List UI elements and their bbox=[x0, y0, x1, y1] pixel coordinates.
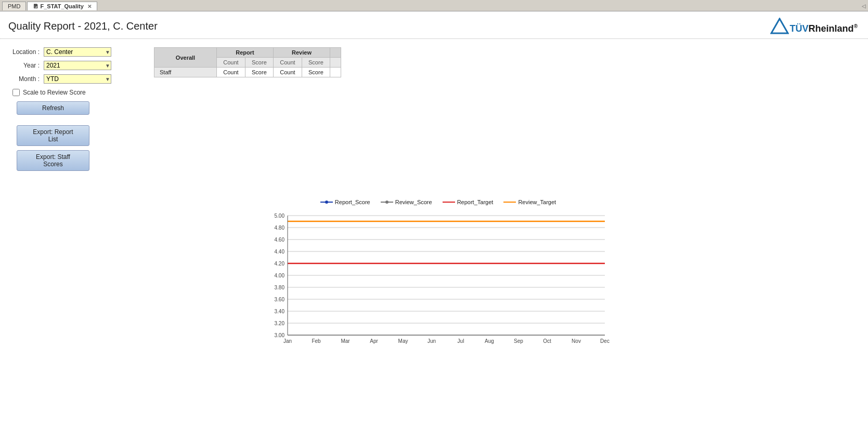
svg-text:4.40: 4.40 bbox=[274, 249, 284, 255]
year-select-wrapper: 2021 2020 2019 ▼ bbox=[44, 61, 111, 70]
svg-text:Dec: Dec bbox=[600, 338, 610, 344]
chart-area: Report_Score Review_Score Report_Target bbox=[0, 194, 868, 361]
scale-label: Scale to Review Score bbox=[23, 89, 86, 96]
sub-review-count: Count bbox=[273, 58, 302, 68]
svg-text:Oct: Oct bbox=[543, 338, 551, 344]
month-select[interactable]: YTD JanFebMar AprMayJun JulAugSep OctNov… bbox=[44, 74, 111, 84]
legend-report-score-label: Report_Score bbox=[335, 199, 370, 205]
staff-row: Staff Count Score Count Score bbox=[154, 68, 341, 77]
chart-svg: 5.00 4.80 4.60 4.40 4.20 bbox=[262, 210, 615, 356]
legend-review-score-label: Review_Score bbox=[395, 199, 432, 205]
svg-text:Jul: Jul bbox=[457, 338, 464, 344]
svg-text:Apr: Apr bbox=[370, 338, 378, 344]
page-container: Quality Report - 2021, C. Center TÜVRhei… bbox=[0, 11, 868, 439]
legend-report-target-icon bbox=[443, 199, 455, 205]
tab-close-icon[interactable]: ✕ bbox=[87, 4, 92, 9]
sub-report-score: Score bbox=[245, 58, 273, 68]
stats-table: Overall Report Review Count Score Count … bbox=[154, 47, 341, 77]
export-report-button[interactable]: Export: Report List bbox=[17, 125, 89, 146]
header-review: Review bbox=[273, 48, 330, 58]
sub-review-score: Score bbox=[302, 58, 330, 68]
svg-text:3.00: 3.00 bbox=[274, 332, 284, 338]
tab-bar: PMD 🖹 F_STAT_Quality ✕ ◁ bbox=[0, 0, 868, 11]
legend-report-target-label: Report_Target bbox=[457, 199, 494, 205]
month-select-wrapper: YTD JanFebMar AprMayJun JulAugSep OctNov… bbox=[44, 74, 111, 84]
content-area: Location : C. Center A. Center B. Center… bbox=[0, 39, 868, 183]
svg-text:Mar: Mar bbox=[341, 338, 350, 344]
svg-text:3.20: 3.20 bbox=[274, 321, 284, 326]
legend-review-target-icon bbox=[503, 199, 516, 205]
svg-text:Aug: Aug bbox=[485, 338, 494, 344]
legend-review-score: Review_Score bbox=[381, 199, 432, 205]
export-staff-button[interactable]: Export: Staff Scores bbox=[17, 150, 89, 171]
tab-fstat-icon: 🖹 bbox=[33, 3, 40, 9]
svg-marker-0 bbox=[771, 19, 788, 33]
location-select[interactable]: C. Center A. Center B. Center bbox=[44, 47, 111, 57]
page-title: Quality Report - 2021, C. Center bbox=[8, 20, 158, 32]
tab-fstat-label: F_STAT_Quality bbox=[41, 3, 84, 9]
location-label: Location : bbox=[8, 48, 40, 56]
svg-text:4.00: 4.00 bbox=[274, 273, 284, 278]
svg-text:3.60: 3.60 bbox=[274, 297, 284, 302]
legend-review-target: Review_Target bbox=[503, 199, 556, 205]
tab-pmd[interactable]: PMD bbox=[2, 2, 26, 10]
legend-report-score: Report_Score bbox=[320, 199, 370, 205]
staff-report-score: Score bbox=[245, 68, 273, 77]
svg-text:3.80: 3.80 bbox=[274, 285, 284, 290]
legend-report-score-icon bbox=[320, 199, 333, 205]
svg-text:5.00: 5.00 bbox=[274, 213, 284, 219]
legend-review-target-label: Review_Target bbox=[518, 199, 556, 205]
year-label: Year : bbox=[8, 62, 40, 69]
svg-text:4.20: 4.20 bbox=[274, 261, 284, 267]
svg-text:Jun: Jun bbox=[427, 338, 435, 344]
tab-fstat[interactable]: 🖹 F_STAT_Quality ✕ bbox=[27, 2, 97, 10]
year-select[interactable]: 2021 2020 2019 bbox=[44, 61, 111, 70]
staff-report-count: Count bbox=[217, 68, 245, 77]
svg-text:Nov: Nov bbox=[572, 338, 581, 344]
staff-label: Staff bbox=[154, 68, 217, 77]
staff-review-count: Count bbox=[273, 68, 302, 77]
svg-text:Jan: Jan bbox=[283, 338, 291, 344]
svg-point-4 bbox=[385, 201, 388, 204]
tab-pmd-label: PMD bbox=[8, 3, 20, 9]
chart-wrapper: 5.00 4.80 4.60 4.40 4.20 bbox=[262, 210, 615, 356]
svg-text:4.80: 4.80 bbox=[274, 225, 284, 231]
logo-container: TÜVRheinland® bbox=[770, 18, 858, 34]
staff-review-score: Score bbox=[302, 68, 330, 77]
buttons-group: Refresh Export: Report List Export: Staf… bbox=[12, 101, 144, 171]
year-row: Year : 2021 2020 2019 ▼ bbox=[8, 61, 144, 70]
svg-text:Feb: Feb bbox=[312, 338, 321, 344]
header-overall: Overall bbox=[154, 48, 217, 68]
header: Quality Report - 2021, C. Center TÜVRhei… bbox=[0, 11, 868, 39]
scale-checkbox[interactable] bbox=[12, 89, 20, 96]
svg-text:4.60: 4.60 bbox=[274, 237, 284, 243]
svg-text:3.40: 3.40 bbox=[274, 309, 284, 314]
svg-text:Sep: Sep bbox=[514, 338, 523, 344]
month-row: Month : YTD JanFebMar AprMayJun JulAugSe… bbox=[8, 74, 144, 84]
svg-point-2 bbox=[325, 201, 328, 204]
refresh-button[interactable]: Refresh bbox=[17, 101, 89, 115]
right-panel: Overall Report Review Count Score Count … bbox=[154, 47, 860, 175]
left-panel: Location : C. Center A. Center B. Center… bbox=[8, 47, 144, 175]
sub-report-count: Count bbox=[217, 58, 245, 68]
location-select-wrapper: C. Center A. Center B. Center ▼ bbox=[44, 47, 111, 57]
svg-text:May: May bbox=[398, 338, 408, 344]
chart-legend: Report_Score Review_Score Report_Target bbox=[8, 199, 868, 205]
month-label: Month : bbox=[8, 75, 40, 83]
header-report: Report bbox=[217, 48, 274, 58]
logo-text: TÜVRheinland® bbox=[790, 23, 858, 34]
scale-checkbox-row: Scale to Review Score bbox=[12, 89, 144, 96]
resize-handle: ◁ bbox=[862, 3, 866, 9]
location-row: Location : C. Center A. Center B. Center… bbox=[8, 47, 144, 57]
legend-review-score-icon bbox=[381, 199, 393, 205]
legend-report-target: Report_Target bbox=[443, 199, 494, 205]
tuv-logo-icon bbox=[770, 18, 789, 34]
